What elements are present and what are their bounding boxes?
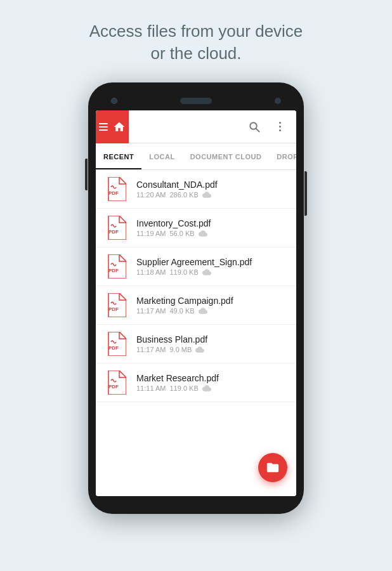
pdf-icon: PDF bbox=[105, 371, 127, 394]
file-item[interactable]: PDF Inventory_Cost.pdf 11:19 AM 56.0 KB bbox=[96, 209, 296, 247]
file-meta: 11:18 AM 119.0 KB bbox=[136, 268, 287, 276]
file-item[interactable]: PDF Market Research.pdf 11:11 AM 119.0 K… bbox=[96, 364, 296, 402]
file-info: Inventory_Cost.pdf 11:19 AM 56.0 KB bbox=[136, 218, 287, 237]
screen: RECENT LOCAL DOCUMENT CLOUD DROPBOX CR..… bbox=[96, 110, 296, 496]
svg-text:PDF: PDF bbox=[108, 384, 119, 390]
search-icon bbox=[249, 121, 260, 133]
cloud-icon bbox=[195, 346, 204, 353]
file-info: Consultant_NDA.pdf 11:20 AM 286.0 KB bbox=[136, 180, 287, 199]
file-size: 119.0 KB bbox=[169, 384, 198, 392]
tab-document-cloud[interactable]: DOCUMENT CLOUD bbox=[183, 143, 270, 169]
file-info: Market Research.pdf 11:11 AM 119.0 KB bbox=[136, 373, 287, 392]
phone-speaker bbox=[180, 98, 212, 104]
file-size: 119.0 KB bbox=[169, 268, 198, 276]
file-size: 286.0 KB bbox=[169, 191, 198, 199]
pdf-icon: PDF bbox=[105, 178, 127, 200]
more-options-button[interactable] bbox=[268, 115, 291, 138]
app-bar-brand bbox=[96, 110, 129, 143]
phone-camera bbox=[111, 98, 117, 104]
svg-text:PDF: PDF bbox=[108, 268, 119, 273]
file-item[interactable]: PDF Supplier Agreement_Sign.pdf 11:18 AM… bbox=[96, 247, 296, 286]
svg-text:PDF: PDF bbox=[108, 345, 119, 351]
cloud-icon bbox=[199, 230, 207, 237]
file-name: Business Plan.pdf bbox=[136, 334, 287, 345]
app-bar-actions bbox=[243, 115, 296, 138]
tab-dropbox[interactable]: DROPBOX bbox=[269, 143, 296, 169]
file-meta: 11:11 AM 119.0 KB bbox=[136, 384, 287, 392]
file-item[interactable]: PDF Marketing Campaign.pdf 11:17 AM 49.0… bbox=[96, 286, 296, 325]
pdf-icon: PDF bbox=[105, 294, 127, 317]
svg-line-1 bbox=[256, 128, 259, 131]
pdf-icon: PDF bbox=[105, 216, 127, 239]
file-size: 56.0 KB bbox=[169, 230, 194, 237]
file-time: 11:11 AM bbox=[136, 384, 166, 392]
file-name: Market Research.pdf bbox=[136, 373, 287, 383]
cloud-icon bbox=[202, 192, 211, 198]
file-list: PDF Consultant_NDA.pdf 11:20 AM 286.0 KB bbox=[96, 170, 296, 496]
file-size: 49.0 KB bbox=[169, 307, 194, 315]
app-bar bbox=[96, 110, 296, 143]
cloud-icon bbox=[199, 308, 207, 314]
file-time: 11:20 AM bbox=[136, 191, 166, 199]
pdf-icon: PDF bbox=[105, 332, 127, 355]
svg-text:PDF: PDF bbox=[108, 229, 119, 235]
file-item[interactable]: PDF Business Plan.pdf 11:17 AM 9.0 MB bbox=[96, 325, 296, 364]
file-info: Marketing Campaign.pdf 11:17 AM 49.0 KB bbox=[136, 296, 287, 315]
file-name: Inventory_Cost.pdf bbox=[136, 218, 287, 228]
file-name: Marketing Campaign.pdf bbox=[136, 296, 287, 306]
cloud-icon bbox=[202, 269, 211, 275]
file-time: 11:19 AM bbox=[136, 230, 166, 237]
phone-sensor bbox=[275, 98, 281, 104]
svg-text:PDF: PDF bbox=[108, 190, 119, 196]
search-button[interactable] bbox=[243, 115, 266, 138]
file-time: 11:17 AM bbox=[136, 346, 166, 353]
file-meta: 11:19 AM 56.0 KB bbox=[136, 230, 287, 237]
pdf-icon: PDF bbox=[105, 255, 127, 278]
file-meta: 11:17 AM 49.0 KB bbox=[136, 307, 287, 315]
hamburger-icon[interactable] bbox=[99, 123, 108, 131]
file-time: 11:17 AM bbox=[136, 307, 166, 315]
file-info: Supplier Agreement_Sign.pdf 11:18 AM 119… bbox=[136, 257, 287, 276]
tab-bar: RECENT LOCAL DOCUMENT CLOUD DROPBOX CR..… bbox=[96, 143, 296, 170]
tab-local[interactable]: LOCAL bbox=[141, 143, 182, 169]
file-name: Consultant_NDA.pdf bbox=[136, 180, 287, 190]
cloud-icon bbox=[202, 385, 211, 391]
file-size: 9.0 MB bbox=[169, 346, 192, 353]
file-time: 11:18 AM bbox=[136, 268, 166, 276]
svg-text:PDF: PDF bbox=[108, 306, 119, 312]
file-info: Business Plan.pdf 11:17 AM 9.0 MB bbox=[136, 334, 287, 353]
file-name: Supplier Agreement_Sign.pdf bbox=[136, 257, 287, 267]
headline: Access files from your device or the clo… bbox=[89, 20, 303, 65]
file-meta: 11:20 AM 286.0 KB bbox=[136, 191, 287, 199]
file-item[interactable]: PDF Consultant_NDA.pdf 11:20 AM 286.0 KB bbox=[96, 170, 296, 209]
folder-icon bbox=[266, 461, 280, 475]
fab-open-folder[interactable] bbox=[258, 453, 287, 482]
file-meta: 11:17 AM 9.0 MB bbox=[136, 346, 287, 353]
headline-line1: Access files from your device bbox=[89, 22, 303, 41]
phone-mockup: RECENT LOCAL DOCUMENT CLOUD DROPBOX CR..… bbox=[88, 82, 304, 514]
headline-line2: or the cloud. bbox=[150, 44, 241, 63]
home-icon[interactable] bbox=[113, 121, 126, 133]
overflow-icon bbox=[279, 122, 281, 131]
tab-recent[interactable]: RECENT bbox=[96, 143, 141, 169]
phone-top-bar bbox=[93, 91, 299, 110]
